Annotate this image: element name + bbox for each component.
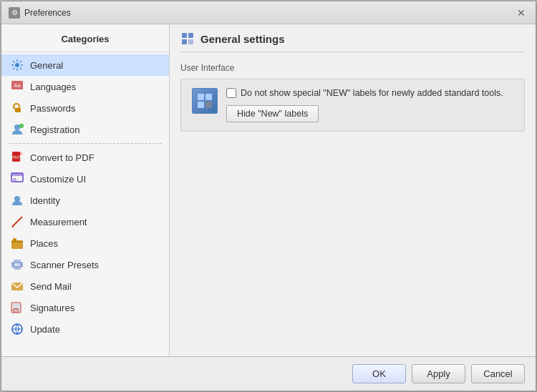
sidebar-item-registration[interactable]: +Registration bbox=[1, 119, 169, 140]
content-header-title: General settings bbox=[200, 33, 285, 45]
convert-pdf-icon: PDF bbox=[10, 150, 24, 165]
svg-rect-13 bbox=[13, 178, 16, 181]
window-title: Preferences bbox=[24, 8, 71, 18]
svg-line-15 bbox=[12, 217, 22, 227]
hide-new-labels-button[interactable]: Hide "New" labels bbox=[226, 105, 319, 122]
svg-rect-22 bbox=[14, 268, 21, 270]
content-header: General settings bbox=[180, 31, 525, 52]
svg-marker-10 bbox=[20, 152, 23, 155]
sidebar-item-scanner-presets[interactable]: Scanner Presets bbox=[1, 254, 169, 275]
svg-rect-19 bbox=[13, 238, 16, 242]
sidebar-item-general[interactable]: General bbox=[1, 54, 169, 76]
section-icon-area: Do not show special "NEW" labels for new… bbox=[192, 88, 513, 122]
title-bar: ⚙ Preferences ✕ bbox=[1, 1, 536, 24]
sidebar-item-label-identity: Identity bbox=[30, 195, 60, 206]
sidebar-item-label-signatures: Signatures bbox=[30, 303, 74, 313]
sidebar-item-measurement[interactable]: Measurement bbox=[1, 211, 169, 232]
sidebar-item-label-update: Update bbox=[30, 324, 60, 335]
svg-rect-4 bbox=[15, 108, 21, 112]
scanner-presets-icon bbox=[10, 258, 24, 272]
svg-rect-35 bbox=[198, 102, 204, 108]
preferences-window: ⚙ Preferences ✕ Categories GeneralAaLang… bbox=[1, 1, 536, 391]
sidebar-divider bbox=[9, 143, 162, 144]
sidebar-item-label-customize-ui: Customize UI bbox=[30, 174, 86, 185]
svg-rect-36 bbox=[205, 102, 212, 108]
sidebar-item-label-passwords: Passwords bbox=[30, 103, 76, 114]
ok-button[interactable]: OK bbox=[352, 364, 406, 383]
customize-ui-icon bbox=[10, 172, 24, 186]
apply-button[interactable]: Apply bbox=[412, 364, 465, 383]
content-area: General settings User Interface bbox=[170, 24, 536, 356]
send-mail-icon bbox=[10, 279, 24, 293]
sidebar-item-update[interactable]: Update bbox=[1, 318, 169, 340]
sidebar-item-label-measurement: Measurement bbox=[30, 217, 87, 227]
svg-rect-33 bbox=[198, 94, 204, 100]
svg-rect-34 bbox=[205, 94, 212, 100]
sidebar-item-languages[interactable]: AaLanguages bbox=[1, 76, 169, 97]
sidebar-item-send-mail[interactable]: Send Mail bbox=[1, 275, 169, 297]
svg-rect-30 bbox=[188, 33, 193, 38]
sidebar-item-places[interactable]: Places bbox=[1, 232, 169, 254]
section-controls: Do not show special "NEW" labels for new… bbox=[226, 88, 513, 122]
identity-icon bbox=[10, 193, 24, 207]
svg-rect-23 bbox=[14, 263, 20, 266]
svg-rect-29 bbox=[182, 33, 187, 38]
svg-text:+: + bbox=[21, 124, 23, 128]
section-label: User Interface bbox=[180, 63, 525, 73]
update-icon bbox=[10, 322, 24, 336]
sidebar-item-label-general: General bbox=[30, 60, 63, 71]
checkbox-row: Do not show special "NEW" labels for new… bbox=[226, 88, 513, 98]
svg-point-5 bbox=[14, 124, 20, 130]
svg-rect-12 bbox=[11, 173, 23, 176]
sidebar-item-identity[interactable]: Identity bbox=[1, 190, 169, 211]
sidebar-item-signatures[interactable]: Signatures bbox=[1, 297, 169, 318]
sidebar-header: Categories bbox=[1, 28, 169, 52]
checkbox-label[interactable]: Do not show special "NEW" labels for new… bbox=[241, 88, 503, 98]
sidebar-item-label-convert-pdf: Convert to PDF bbox=[30, 152, 95, 163]
ui-section: Do not show special "NEW" labels for new… bbox=[180, 79, 525, 132]
sidebar-item-convert-pdf[interactable]: PDFConvert to PDF bbox=[1, 147, 169, 168]
sidebar-item-label-registration: Registration bbox=[30, 124, 79, 135]
new-labels-checkbox[interactable] bbox=[226, 88, 236, 98]
sidebar-item-label-languages: Languages bbox=[30, 82, 76, 92]
svg-point-14 bbox=[14, 196, 20, 202]
svg-rect-31 bbox=[182, 39, 187, 44]
window-icon: ⚙ bbox=[9, 7, 20, 19]
close-button[interactable]: ✕ bbox=[514, 6, 528, 20]
sidebar-item-label-scanner-presets: Scanner Presets bbox=[30, 260, 99, 270]
svg-rect-25 bbox=[11, 303, 21, 313]
registration-icon: + bbox=[10, 122, 24, 137]
svg-point-0 bbox=[15, 63, 19, 67]
passwords-icon bbox=[10, 101, 24, 115]
signatures-icon bbox=[10, 300, 24, 315]
main-content: Categories GeneralAaLanguagesPasswords+R… bbox=[1, 24, 536, 356]
svg-text:PDF: PDF bbox=[13, 155, 20, 160]
sidebar-item-label-send-mail: Send Mail bbox=[30, 281, 72, 292]
sidebar: Categories GeneralAaLanguagesPasswords+R… bbox=[1, 24, 170, 356]
measurement-icon bbox=[10, 215, 24, 229]
svg-text:Aa: Aa bbox=[14, 83, 21, 88]
footer: OK Apply Cancel bbox=[1, 356, 536, 391]
places-icon bbox=[10, 236, 24, 250]
cancel-button[interactable]: Cancel bbox=[471, 364, 525, 383]
content-header-icon bbox=[180, 31, 195, 46]
languages-icon: Aa bbox=[10, 79, 24, 94]
sidebar-item-passwords[interactable]: Passwords bbox=[1, 97, 169, 119]
sidebar-item-customize-ui[interactable]: Customize UI bbox=[1, 168, 169, 190]
section-mini-icon bbox=[192, 88, 218, 114]
sidebar-item-label-places: Places bbox=[30, 238, 58, 249]
svg-rect-32 bbox=[188, 39, 193, 44]
sidebar-items-list: GeneralAaLanguagesPasswords+Registration… bbox=[1, 54, 169, 340]
general-icon bbox=[10, 58, 24, 72]
title-bar-left: ⚙ Preferences bbox=[9, 7, 71, 19]
svg-rect-21 bbox=[14, 260, 21, 262]
